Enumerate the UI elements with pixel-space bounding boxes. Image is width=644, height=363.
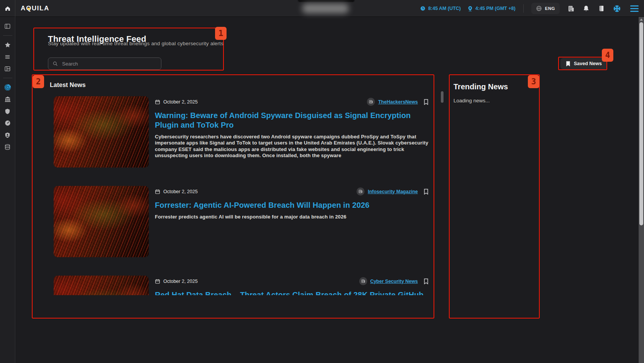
scrollbar-up-arrow[interactable] bbox=[640, 18, 643, 21]
article-meta: October 2, 2025 TheHackersNews bbox=[155, 98, 429, 106]
bookmark-icon[interactable] bbox=[424, 278, 429, 284]
top-bar: AQUILA 8:45 AM (UTC) 4:45 PM (GMT +8) bbox=[0, 0, 644, 17]
calendar-icon bbox=[155, 189, 160, 194]
article-title[interactable]: Warning: Beware of Android Spyware Disgu… bbox=[155, 111, 429, 130]
trending-loading-text: Loading news... bbox=[453, 98, 490, 103]
support-button[interactable] bbox=[613, 4, 621, 13]
home-icon bbox=[5, 5, 11, 11]
app-root: AQUILA 8:45 AM (UTC) 4:45 PM (GMT +8) bbox=[0, 0, 644, 363]
sidebar-item-institutions[interactable] bbox=[4, 95, 12, 103]
location-pin-icon bbox=[468, 6, 473, 11]
page-subtitle: Stay updated with real-time threat brief… bbox=[48, 41, 223, 46]
book-icon bbox=[598, 5, 605, 12]
article-description: Cybersecurity researchers have discovere… bbox=[155, 134, 429, 159]
redacted-tab-shape bbox=[298, 0, 355, 2]
logo-eye-dot bbox=[28, 8, 30, 10]
article-source: Cyber Security News bbox=[359, 277, 418, 285]
article-description: Forrester predicts agentic AI will be re… bbox=[155, 214, 429, 220]
article-meta: October 2, 2025 Infosecurity Magazine bbox=[155, 187, 429, 195]
local-time-label: 4:45 PM (GMT +8) bbox=[475, 6, 516, 11]
shield-user-icon bbox=[4, 132, 11, 138]
sidebar-item-favorites[interactable] bbox=[4, 41, 12, 49]
article-thumbnail[interactable] bbox=[54, 96, 149, 168]
annotation-box-3 bbox=[449, 74, 540, 319]
source-link[interactable]: Cyber Security News bbox=[370, 279, 418, 284]
shield-icon bbox=[4, 108, 11, 115]
bell-icon bbox=[583, 5, 590, 12]
compass-wheel-icon bbox=[613, 5, 621, 13]
sidebar-item-threat-feed[interactable] bbox=[4, 84, 12, 91]
latest-news-heading: Latest News bbox=[50, 82, 85, 89]
article-title[interactable]: Forrester: Agentic AI-Powered Breach Wil… bbox=[155, 200, 429, 210]
news-card: October 2, 2025 TheHackersNews Warning: … bbox=[54, 96, 429, 168]
article-date: October 2, 2025 bbox=[155, 279, 198, 284]
menu-icon bbox=[630, 5, 639, 7]
article-source: Infosecurity Magazine bbox=[356, 187, 418, 195]
news-card: October 2, 2025 Cyber Security News Red … bbox=[54, 276, 429, 295]
gauge-icon bbox=[5, 120, 11, 126]
bookmark-icon bbox=[566, 61, 570, 67]
bookmark-icon[interactable] bbox=[424, 189, 429, 195]
app-logo[interactable]: AQUILA bbox=[21, 5, 49, 12]
notifications-button[interactable] bbox=[582, 4, 590, 13]
sidebar-item-datasets[interactable] bbox=[4, 143, 12, 151]
sidebar-item-lists[interactable] bbox=[4, 53, 12, 61]
article-title[interactable]: Red Hat Data Breach – Threat Actors Clai… bbox=[155, 290, 429, 295]
news-card: October 2, 2025 Infosecurity Magazine Fo… bbox=[54, 186, 429, 257]
radar-icon bbox=[4, 84, 12, 91]
sidebar-item-monitoring[interactable] bbox=[4, 119, 12, 127]
article-thumbnail[interactable] bbox=[54, 276, 149, 295]
logo-q-eye: Q bbox=[26, 5, 32, 12]
article-source: TheHackersNews bbox=[367, 98, 418, 106]
article-meta: October 2, 2025 Cyber Security News bbox=[155, 277, 429, 285]
topbar-right-controls: 8:45 AM (UTC) 4:45 PM (GMT +8) ENG bbox=[420, 0, 639, 17]
newspaper-icon bbox=[367, 98, 375, 106]
search-box bbox=[48, 57, 161, 70]
article-date: October 2, 2025 bbox=[155, 99, 198, 105]
language-selector[interactable]: ENG bbox=[531, 3, 560, 14]
search-input[interactable] bbox=[61, 61, 157, 67]
saved-news-label: Saved News bbox=[574, 61, 602, 66]
sidebar-item-layout[interactable] bbox=[4, 65, 12, 72]
saved-news-button[interactable]: Saved News bbox=[560, 58, 607, 69]
layout-grid-icon bbox=[4, 66, 11, 72]
home-button[interactable] bbox=[0, 0, 15, 17]
docs-button[interactable] bbox=[597, 4, 606, 13]
logo-text-rest: UILA bbox=[32, 5, 49, 12]
page-scrollbar-thumb[interactable] bbox=[639, 22, 643, 225]
organization-button[interactable] bbox=[567, 4, 575, 13]
annotation-label-3: 3 bbox=[528, 75, 539, 88]
feed-scrollbar-thumb[interactable] bbox=[441, 91, 444, 103]
article-body: October 2, 2025 Infosecurity Magazine Fo… bbox=[155, 186, 429, 257]
calendar-icon bbox=[155, 99, 160, 105]
utc-time-label: 8:45 AM (UTC) bbox=[428, 6, 461, 11]
sidebar-item-security[interactable] bbox=[4, 107, 12, 115]
redacted-title-blur bbox=[302, 3, 349, 13]
source-link[interactable]: Infosecurity Magazine bbox=[368, 189, 418, 194]
source-link[interactable]: TheHackersNews bbox=[378, 99, 418, 105]
sidebar-divider bbox=[3, 35, 12, 36]
database-icon bbox=[4, 144, 11, 150]
utc-time: 8:45 AM (UTC) bbox=[420, 6, 461, 11]
article-date: October 2, 2025 bbox=[155, 189, 198, 194]
search-icon bbox=[53, 61, 58, 66]
bookmark-icon[interactable] bbox=[424, 99, 429, 105]
list-icon bbox=[4, 54, 11, 60]
bank-icon bbox=[4, 96, 11, 103]
panel-icon bbox=[4, 23, 11, 30]
globe-icon bbox=[536, 5, 542, 11]
local-time: 4:45 PM (GMT +8) bbox=[468, 6, 516, 11]
annotation-label-1: 1 bbox=[215, 27, 227, 40]
left-sidebar bbox=[0, 17, 15, 363]
sidebar-item-panels[interactable] bbox=[4, 22, 12, 30]
newspaper-icon bbox=[356, 187, 365, 195]
building-icon bbox=[567, 5, 575, 12]
language-label: ENG bbox=[545, 6, 555, 11]
article-body: October 2, 2025 Cyber Security News Red … bbox=[155, 276, 429, 295]
trending-news-heading: Trending News bbox=[453, 82, 508, 91]
annotation-label-2: 2 bbox=[33, 75, 44, 88]
menu-button[interactable] bbox=[630, 5, 639, 12]
sidebar-item-identity[interactable] bbox=[4, 131, 12, 139]
latest-news-list: October 2, 2025 TheHackersNews Warning: … bbox=[54, 96, 429, 295]
article-thumbnail[interactable] bbox=[54, 186, 149, 257]
